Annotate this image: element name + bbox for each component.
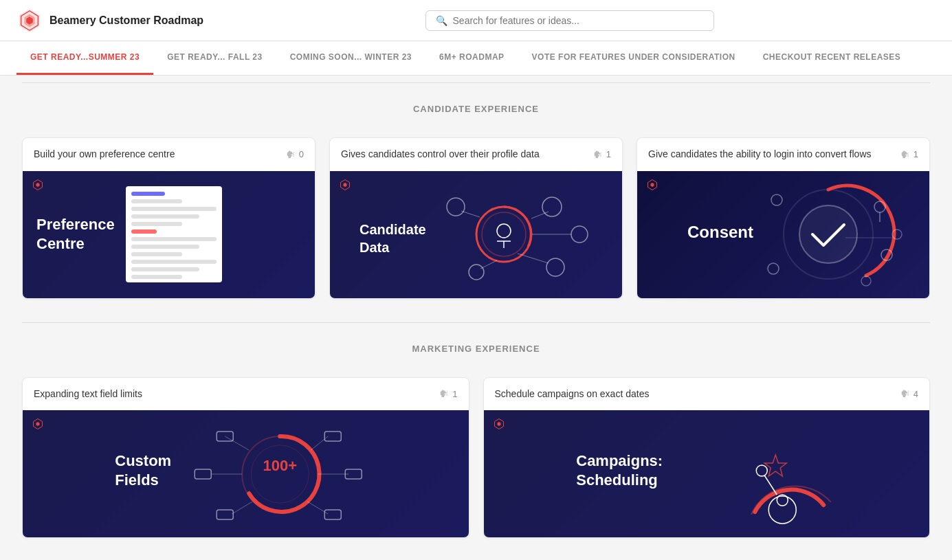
- card-preference-image: PreferenceCentre: [23, 171, 315, 298]
- logo-area: Beamery Customer Roadmap: [16, 8, 203, 34]
- vote-icon-5: 🗣: [900, 388, 910, 399]
- app-title: Beamery Customer Roadmap: [49, 14, 203, 27]
- card-preference-header: Build your own preference centre 🗣 0: [23, 138, 315, 171]
- card-campaigns-header: Schedule campaigns on exact dates 🗣 4: [484, 378, 930, 411]
- card-consent-header: Give candidates the ability to login int…: [637, 138, 929, 171]
- vote-icon-3: 🗣: [900, 149, 910, 160]
- svg-marker-64: [764, 455, 786, 476]
- candidate-vote-count: 1: [606, 149, 611, 159]
- svg-marker-5: [36, 183, 40, 187]
- svg-point-34: [771, 194, 782, 205]
- tab-summer23[interactable]: GET READY...SUMMER 23: [16, 41, 153, 75]
- svg-rect-54: [217, 510, 233, 519]
- svg-text:Data: Data: [359, 240, 390, 255]
- svg-point-61: [768, 496, 796, 524]
- svg-point-33: [768, 263, 779, 274]
- card-custom-image: Custom Fields 100+: [23, 410, 469, 537]
- card-candidate-title: Gives candidates control over their prof…: [341, 148, 593, 161]
- card-candidate-image: Candidate Data: [330, 171, 622, 298]
- svg-point-21: [469, 265, 484, 280]
- svg-point-43: [251, 445, 309, 503]
- svg-line-53: [232, 502, 252, 514]
- svg-line-20: [518, 254, 549, 263]
- svg-rect-48: [324, 432, 341, 441]
- beamery-small-icon-4: [31, 417, 45, 431]
- svg-point-19: [546, 258, 564, 276]
- svg-text:Candidate: Candidate: [359, 222, 426, 237]
- svg-text:Consent: Consent: [687, 223, 753, 241]
- svg-marker-26: [651, 183, 654, 187]
- card-consent[interactable]: Give candidates the ability to login int…: [636, 137, 930, 299]
- svg-point-12: [497, 224, 511, 238]
- card-preference-centre[interactable]: Build your own preference centre 🗣 0 Pre…: [22, 137, 316, 299]
- beamery-small-icon-3: [645, 178, 659, 192]
- tab-vote[interactable]: VOTE FOR FEATURES UNDER CONSIDERATION: [518, 41, 749, 75]
- custom-fields-svg: Custom Fields 100+: [36, 412, 455, 536]
- marketing-cards-grid: Expanding text field limits 🗣 1 Custom F…: [0, 377, 952, 555]
- svg-rect-52: [324, 510, 341, 519]
- svg-text:Scheduling: Scheduling: [576, 471, 658, 489]
- vote-icon-2: 🗣: [593, 149, 603, 160]
- svg-line-22: [480, 260, 497, 269]
- nav-tabs: GET READY...SUMMER 23 GET READY... FALL …: [0, 41, 952, 76]
- card-consent-votes: 🗣 1: [900, 149, 918, 160]
- svg-text:Custom: Custom: [115, 452, 171, 469]
- svg-line-45: [225, 436, 249, 450]
- tab-roadmap6m[interactable]: 6M+ ROADMAP: [425, 41, 518, 75]
- tab-recent-releases[interactable]: CHECKOUT RECENT RELEASES: [749, 41, 915, 75]
- svg-point-11: [482, 212, 526, 256]
- tab-winter23[interactable]: COMING SOON... WINTER 23: [276, 41, 425, 75]
- candidate-experience-section: CANDIDATE EXPERIENCE: [0, 83, 952, 137]
- candidate-experience-title: CANDIDATE EXPERIENCE: [22, 104, 930, 114]
- svg-point-17: [571, 226, 588, 243]
- svg-line-65: [764, 475, 777, 495]
- svg-text:Fields: Fields: [115, 471, 159, 489]
- card-consent-image: Consent: [637, 171, 929, 298]
- vote-icon: 🗣: [286, 149, 296, 160]
- svg-point-63: [756, 465, 767, 476]
- card-campaigns-votes: 🗣 4: [900, 388, 918, 399]
- card-consent-title: Give candidates the ability to login int…: [648, 148, 900, 161]
- card-candidate-votes: 🗣 1: [593, 149, 611, 160]
- svg-point-35: [861, 276, 871, 286]
- svg-text:Campaigns:: Campaigns:: [576, 452, 663, 469]
- svg-point-30: [874, 201, 885, 212]
- card-candidate-data[interactable]: Gives candidates control over their prof…: [329, 137, 623, 299]
- search-input[interactable]: [453, 15, 704, 26]
- preference-screenshot-mock: [126, 186, 222, 282]
- main-content: CANDIDATE EXPERIENCE Build your own pref…: [0, 82, 952, 555]
- card-campaigns-title: Schedule campaigns on exact dates: [495, 388, 900, 401]
- card-campaigns-scheduling[interactable]: Schedule campaigns on exact dates 🗣 4 Ca…: [483, 377, 931, 539]
- card-campaigns-image: Campaigns: Scheduling: [484, 410, 930, 537]
- preference-image-label: PreferenceCentre: [36, 215, 115, 254]
- svg-line-47: [311, 436, 328, 450]
- svg-line-24: [461, 211, 480, 217]
- beamery-small-icon-2: [338, 178, 352, 192]
- tab-fall23[interactable]: GET READY... FALL 23: [153, 41, 276, 75]
- card-custom-votes: 🗣 1: [439, 388, 457, 399]
- svg-text:100+: 100+: [263, 457, 297, 474]
- consent-svg: Consent: [653, 172, 914, 296]
- card-custom-fields[interactable]: Expanding text field limits 🗣 1 Custom F…: [22, 377, 469, 539]
- consent-vote-count: 1: [914, 149, 918, 159]
- svg-marker-58: [497, 422, 500, 426]
- card-preference-votes: 🗣 0: [286, 149, 304, 160]
- beamery-small-icon: [31, 178, 45, 192]
- beamery-small-icon-5: [492, 417, 506, 431]
- svg-line-16: [531, 212, 549, 219]
- candidate-cards-grid: Build your own preference centre 🗣 0 Pre…: [0, 137, 952, 315]
- preference-vote-count: 0: [299, 149, 304, 159]
- marketing-experience-section: MARKETING EXPERIENCE: [0, 323, 952, 377]
- svg-point-15: [542, 197, 562, 216]
- campaigns-vote-count: 4: [914, 389, 918, 399]
- marketing-experience-title: MARKETING EXPERIENCE: [22, 344, 930, 354]
- svg-point-23: [447, 198, 465, 216]
- beamery-logo-icon: [16, 8, 43, 34]
- header: Beamery Customer Roadmap 🔍: [0, 0, 952, 41]
- card-custom-header: Expanding text field limits 🗣 1: [23, 378, 469, 411]
- card-custom-title: Expanding text field limits: [34, 388, 439, 401]
- svg-rect-56: [195, 469, 211, 479]
- search-bar[interactable]: 🔍: [425, 10, 714, 31]
- svg-marker-39: [36, 422, 40, 426]
- candidate-data-network-svg: Candidate Data: [346, 172, 607, 296]
